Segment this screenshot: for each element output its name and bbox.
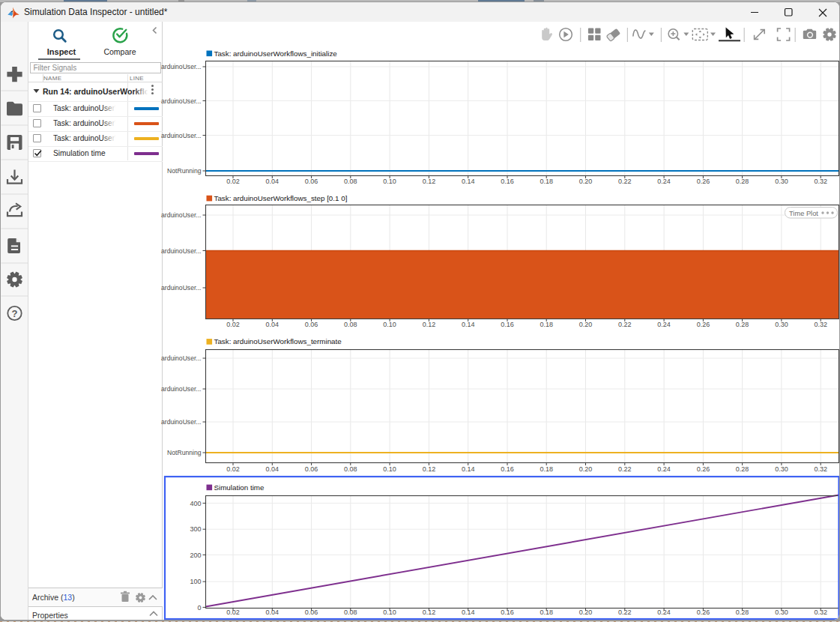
svg-text:0.02: 0.02 — [226, 609, 240, 616]
svg-text:0.32: 0.32 — [814, 321, 827, 328]
svg-text:0.18: 0.18 — [540, 609, 553, 616]
svg-text:0.08: 0.08 — [344, 321, 357, 328]
svg-text:0.02: 0.02 — [226, 465, 240, 473]
svg-text:0.08: 0.08 — [344, 465, 357, 473]
svg-text:0.22: 0.22 — [618, 465, 632, 473]
svg-text:0.02: 0.02 — [226, 321, 240, 328]
svg-text:0.24: 0.24 — [657, 321, 671, 328]
svg-text:arduinoUser...: arduinoUser... — [161, 97, 202, 105]
svg-text:0.04: 0.04 — [266, 321, 280, 328]
svg-text:0.20: 0.20 — [579, 178, 593, 185]
svg-text:0.24: 0.24 — [657, 465, 671, 473]
svg-text:0.16: 0.16 — [501, 178, 514, 185]
svg-text:0.08: 0.08 — [344, 609, 357, 616]
svg-text:0.28: 0.28 — [736, 178, 749, 185]
svg-text:0.06: 0.06 — [305, 609, 318, 616]
svg-text:0.26: 0.26 — [697, 465, 710, 473]
svg-text:0.32: 0.32 — [814, 609, 827, 616]
svg-text:NotRunning: NotRunning — [167, 449, 202, 456]
svg-text:0.20: 0.20 — [579, 321, 593, 328]
svg-text:0.22: 0.22 — [618, 321, 632, 328]
svg-text:0.32: 0.32 — [814, 178, 827, 185]
svg-text:0.02: 0.02 — [226, 178, 240, 185]
svg-text:0.30: 0.30 — [775, 178, 788, 185]
svg-text:0.16: 0.16 — [501, 609, 514, 616]
svg-text:0.18: 0.18 — [540, 178, 553, 185]
svg-text:0.10: 0.10 — [383, 178, 396, 185]
svg-text:Task: arduinoUserWorkflows_ini: Task: arduinoUserWorkflows_initialize — [214, 49, 338, 58]
svg-text:0.30: 0.30 — [775, 321, 788, 328]
svg-text:0.26: 0.26 — [697, 609, 710, 616]
svg-text:arduinoUser...: arduinoUser... — [161, 385, 202, 393]
svg-text:0.10: 0.10 — [383, 465, 396, 473]
svg-text:arduinoUser...: arduinoUser... — [161, 132, 202, 139]
svg-text:0.14: 0.14 — [462, 465, 475, 473]
svg-text:100: 100 — [190, 578, 201, 585]
svg-text:0.24: 0.24 — [657, 609, 671, 616]
svg-text:0: 0 — [197, 604, 201, 612]
svg-text:400: 400 — [190, 500, 201, 507]
svg-text:0.30: 0.30 — [775, 465, 788, 473]
svg-text:0.10: 0.10 — [383, 321, 396, 328]
svg-text:0.14: 0.14 — [462, 321, 475, 328]
svg-text:NotRunning: NotRunning — [167, 167, 202, 175]
svg-text:0.12: 0.12 — [423, 609, 436, 616]
svg-text:0.30: 0.30 — [775, 609, 788, 616]
svg-text:0.26: 0.26 — [697, 178, 710, 185]
svg-text:0.28: 0.28 — [736, 609, 749, 616]
svg-text:arduinoUser...: arduinoUser... — [161, 418, 202, 426]
svg-text:200: 200 — [190, 552, 201, 559]
svg-text:Task: arduinoUserWorkflows_ter: Task: arduinoUserWorkflows_terminate — [214, 337, 342, 345]
svg-text:0.06: 0.06 — [305, 465, 318, 473]
svg-text:arduinoUser...: arduinoUser... — [161, 284, 202, 292]
svg-text:0.18: 0.18 — [540, 321, 553, 328]
svg-text:0.10: 0.10 — [383, 609, 396, 616]
svg-text:0.14: 0.14 — [462, 178, 475, 185]
svg-text:Simulation time: Simulation time — [214, 483, 265, 492]
svg-text:0.28: 0.28 — [736, 321, 749, 328]
svg-text:0.12: 0.12 — [423, 178, 436, 185]
svg-text:Time Plot: Time Plot — [789, 210, 818, 217]
svg-text:0.26: 0.26 — [697, 321, 710, 328]
svg-text:0.22: 0.22 — [618, 178, 632, 185]
svg-text:arduinoUser...: arduinoUser... — [161, 63, 202, 70]
svg-text:0.12: 0.12 — [423, 465, 436, 473]
svg-text:0.18: 0.18 — [540, 465, 553, 473]
svg-text:arduinoUser...: arduinoUser... — [161, 354, 202, 362]
svg-text:0.12: 0.12 — [423, 321, 436, 328]
svg-text:300: 300 — [190, 525, 201, 533]
svg-text:arduinoUser...: arduinoUser... — [161, 247, 202, 255]
svg-text:0.06: 0.06 — [305, 178, 318, 185]
svg-text:0.06: 0.06 — [305, 321, 318, 328]
svg-text:0.04: 0.04 — [266, 609, 280, 616]
svg-text:0.04: 0.04 — [266, 178, 280, 185]
svg-text:0.20: 0.20 — [579, 609, 593, 616]
svg-text:0.16: 0.16 — [501, 465, 514, 473]
svg-text:0.24: 0.24 — [657, 178, 671, 185]
svg-text:Task: arduinoUserWorkflows_ste: Task: arduinoUserWorkflows_step [0.1 0] — [214, 194, 348, 202]
svg-text:?: ? — [12, 308, 18, 319]
svg-text:0.20: 0.20 — [579, 465, 593, 473]
svg-text:0.28: 0.28 — [736, 465, 749, 473]
svg-text:0.22: 0.22 — [618, 609, 632, 616]
svg-text:0.14: 0.14 — [462, 609, 475, 616]
svg-text:arduinoUser...: arduinoUser... — [161, 211, 202, 219]
svg-text:0.04: 0.04 — [266, 465, 280, 473]
svg-text:0.32: 0.32 — [814, 465, 827, 473]
svg-text:0.08: 0.08 — [344, 178, 357, 185]
svg-text:0.16: 0.16 — [501, 321, 514, 328]
